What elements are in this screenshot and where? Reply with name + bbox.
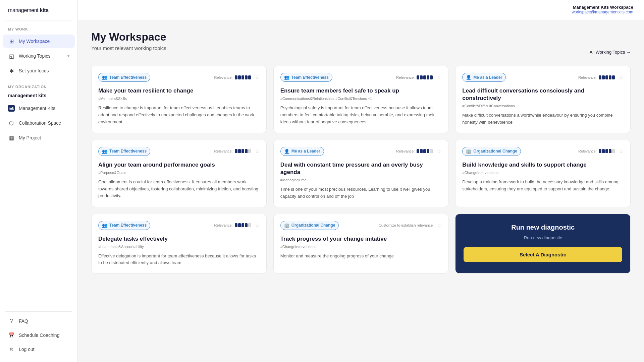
- star-icon[interactable]: ☆: [619, 148, 624, 155]
- relevance-bar: [238, 149, 241, 153]
- card-tag[interactable]: 👥 Team Effectiveness: [98, 221, 150, 230]
- sidebar-bottom: ? FAQ 📅 Schedule Coaching ⎋ Log out: [0, 311, 77, 362]
- relevance-bar: [612, 75, 615, 79]
- card-header: 👥 Team Effectiveness Relevance: ☆: [98, 73, 260, 82]
- topic-card[interactable]: 🏢 Organizational Change Relevance: ☆ Bui…: [455, 140, 631, 207]
- relevance-label: Relevance:: [396, 75, 415, 79]
- divider: [5, 311, 72, 312]
- relevance-bars: [599, 75, 615, 79]
- relevance-bar: [602, 75, 605, 79]
- sidebar-item-my-workspace[interactable]: ⊞ My Workspace: [3, 35, 75, 48]
- main-content: Management Kits Workspace workspace@mana…: [78, 0, 644, 362]
- relevance-label: Relevance:: [214, 149, 233, 153]
- card-tag[interactable]: 🏢 Organizational Change: [280, 221, 339, 230]
- card-tag[interactable]: 👤 Me as a Leader: [462, 73, 506, 82]
- coaching-icon: 📅: [8, 332, 15, 339]
- relevance-bar: [430, 149, 433, 153]
- card-relevance: Relevance: ☆: [214, 148, 260, 155]
- topic-card[interactable]: 👤 Me as a Leader Relevance: ☆ Lead diffi…: [455, 66, 631, 133]
- card-relevance: Relevance: ☆: [396, 74, 441, 80]
- sidebar-item-label: Schedule Coaching: [19, 333, 59, 338]
- sidebar-item-set-focus[interactable]: ✱ Set your focus: [3, 64, 75, 77]
- card-header: 🏢 Organizational Change Customize to est…: [280, 221, 442, 230]
- relevance-bar: [612, 149, 615, 153]
- topic-card[interactable]: 👥 Team Effectiveness Relevance: ☆ Align …: [91, 140, 267, 207]
- sidebar-item-collaboration-space[interactable]: ⬡ Collaboration Space: [3, 116, 75, 130]
- card-relevance: Relevance: ☆: [578, 148, 624, 155]
- card-hashtags: #Members&Skills: [98, 97, 260, 101]
- tag-icon: 🏢: [284, 223, 289, 228]
- relevance-bar: [245, 149, 248, 153]
- sidebar-item-log-out[interactable]: ⎋ Log out: [3, 343, 75, 356]
- relevance-bars: [235, 149, 251, 153]
- card-hashtags: #Purpose&Goals: [98, 171, 260, 175]
- sidebar-item-my-project[interactable]: ▦ My Project: [3, 131, 75, 144]
- card-hashtags: #Leadership&Accountability: [98, 245, 260, 249]
- topic-card[interactable]: 👥 Team Effectiveness Relevance: ☆ Make y…: [91, 66, 267, 133]
- relevance-bar: [609, 149, 611, 153]
- relevance-label: Relevance:: [578, 75, 597, 79]
- tag-label: Organizational Change: [473, 149, 517, 154]
- sidebar-item-schedule-coaching[interactable]: 📅 Schedule Coaching: [3, 328, 75, 342]
- sidebar-item-working-topics[interactable]: ◱ Working Topics ▾: [3, 49, 75, 63]
- mgmt-kits-icon: mk: [8, 105, 15, 112]
- card-tag[interactable]: 👥 Team Effectiveness: [280, 73, 332, 82]
- diagnostic-card: Run new diagnostic Run new diagnostic Se…: [455, 214, 631, 274]
- relevance-bar: [602, 149, 605, 153]
- tag-icon: 👥: [284, 75, 289, 80]
- page-content: My Workspace Your most relevant working …: [78, 20, 644, 362]
- sidebar-item-label: My Project: [19, 135, 41, 140]
- relevance-bars: [417, 75, 433, 79]
- logo-text: management: [8, 7, 40, 13]
- faq-icon: ?: [8, 318, 15, 324]
- relevance-bar: [248, 75, 251, 79]
- relevance-bar: [605, 149, 608, 153]
- star-icon[interactable]: ☆: [437, 74, 441, 80]
- sidebar: management kits MY WORK ⊞ My Workspace ◱…: [0, 0, 78, 362]
- all-topics-link[interactable]: All Working Topics →: [590, 50, 631, 55]
- relevance-bar: [599, 149, 601, 153]
- sidebar-item-faq[interactable]: ? FAQ: [3, 314, 75, 328]
- star-icon[interactable]: ☆: [255, 222, 260, 229]
- card-hashtags: #ChangeInterventions: [462, 171, 624, 175]
- relevance-label: Relevance:: [214, 223, 233, 227]
- relevance-bar: [245, 223, 248, 227]
- relevance-bar: [430, 75, 433, 79]
- topic-card[interactable]: 👥 Team Effectiveness Relevance: ☆ Ensure…: [273, 66, 449, 133]
- cards-grid: 👥 Team Effectiveness Relevance: ☆ Make y…: [91, 66, 631, 274]
- card-tag[interactable]: 👥 Team Effectiveness: [98, 73, 150, 82]
- card-tag[interactable]: 👤 Me as a Leader: [280, 147, 324, 156]
- card-tag[interactable]: 🏢 Organizational Change: [462, 147, 521, 156]
- topic-card[interactable]: 👥 Team Effectiveness Relevance: ☆ Delega…: [91, 214, 267, 274]
- logo-bold: kits: [40, 7, 49, 13]
- tag-icon: 👥: [102, 223, 107, 228]
- select-diagnostic-button[interactable]: Select A Diagnostic: [464, 247, 622, 262]
- star-icon[interactable]: ☆: [255, 148, 260, 155]
- relevance-bar: [423, 75, 426, 79]
- star-icon[interactable]: ☆: [255, 74, 260, 80]
- sidebar-item-label: My Workspace: [19, 39, 50, 44]
- page-title: My Workspace: [91, 31, 631, 43]
- relevance-bar: [605, 75, 608, 79]
- collab-icon: ⬡: [8, 120, 15, 126]
- customize-label: Customize to establish relevance: [379, 223, 433, 227]
- card-header: 👥 Team Effectiveness Relevance: ☆: [98, 221, 260, 230]
- sidebar-item-label: Collaboration Space: [19, 120, 61, 126]
- relevance-bar: [609, 75, 611, 79]
- topic-card[interactable]: 👤 Me as a Leader Relevance: ☆ Deal with …: [273, 140, 449, 207]
- card-title: Lead difficult conversations consciously…: [462, 87, 624, 102]
- card-title: Make your team resilient to change: [98, 87, 260, 95]
- workspace-name: Management Kits Workspace: [572, 5, 633, 10]
- star-icon[interactable]: ☆: [437, 148, 441, 155]
- card-header: 🏢 Organizational Change Relevance: ☆: [462, 147, 624, 156]
- logo: management kits: [0, 0, 77, 20]
- sidebar-item-management-kits[interactable]: mk Management Kits: [3, 102, 75, 115]
- topic-card[interactable]: 🏢 Organizational Change Customize to est…: [273, 214, 449, 274]
- card-relevance: Relevance: ☆: [214, 222, 260, 229]
- card-title: Ensure team members feel safe to speak u…: [280, 87, 442, 95]
- tag-icon: 👤: [466, 75, 471, 80]
- relevance-bar: [245, 75, 248, 79]
- star-icon[interactable]: ☆: [619, 74, 624, 80]
- star-icon[interactable]: ☆: [437, 222, 441, 229]
- card-tag[interactable]: 👥 Team Effectiveness: [98, 147, 150, 156]
